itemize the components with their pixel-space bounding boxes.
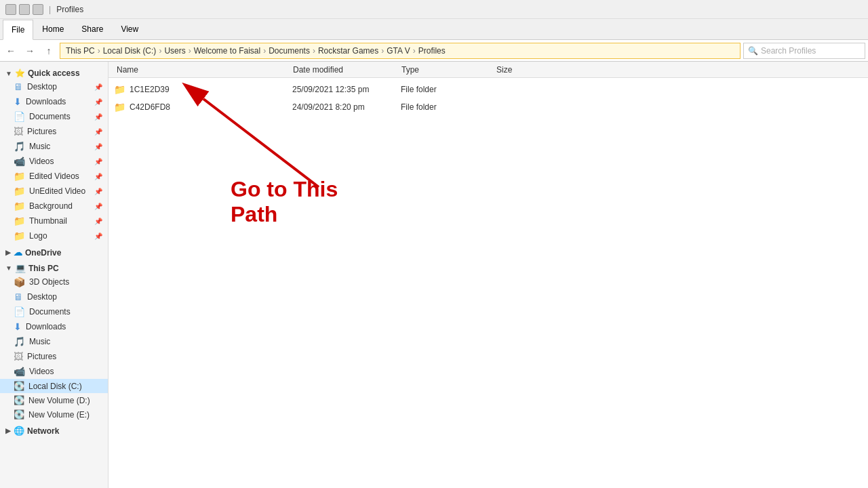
expand-arrow-onedrive: ▶ — [5, 249, 11, 256]
sidebar-item-music[interactable]: 🎵 Music 📌 — [0, 139, 108, 154]
3d-icon: 📦 — [14, 277, 25, 287]
pin-icon-pictures: 📌 — [94, 128, 102, 136]
pin-icon-documents: 📌 — [94, 113, 102, 121]
tab-view[interactable]: View — [112, 19, 147, 39]
sidebar-item-pictures[interactable]: 🖼 Pictures 📌 — [0, 124, 108, 139]
sidebar-item-label-documents: Documents — [29, 112, 71, 121]
breadcrumb-gtav[interactable]: GTA V — [387, 46, 410, 56]
network-icon: 🌐 — [14, 426, 24, 436]
content-area: Name Date modified Type Size 📁 1C1E2D39 … — [108, 62, 868, 488]
sidebar-item-new-volume-e[interactable]: 💽 New Volume (E:) — [0, 407, 108, 422]
docs-icon: 📄 — [14, 111, 25, 122]
sidebar-item-desktop-pc[interactable]: 🖥 Desktop — [0, 289, 108, 304]
tab-share[interactable]: Share — [73, 19, 112, 39]
sidebar-item-label-videos-pc: Videos — [29, 367, 54, 376]
sidebar-item-background[interactable]: 📁 Background 📌 — [0, 199, 108, 214]
col-header-size[interactable]: Size — [494, 64, 548, 76]
onedrive-label: OneDrive — [25, 248, 61, 258]
sidebar-item-desktop[interactable]: 🖥 Desktop 📌 — [0, 79, 108, 94]
pin-icon-videos: 📌 — [94, 158, 102, 165]
sidebar-section-onedrive[interactable]: ▶ ☁ OneDrive — [0, 243, 108, 259]
file-modified-1: 24/09/2021 8:20 pm — [292, 102, 401, 112]
sidebar-item-downloads-pc[interactable]: ⬇ Downloads — [0, 319, 108, 334]
sidebar-item-new-volume-d[interactable]: 💽 New Volume (D:) — [0, 393, 108, 407]
col-header-name[interactable]: Name — [114, 64, 290, 76]
back-button[interactable]: ← — [3, 43, 19, 59]
pin-icon-music: 📌 — [94, 143, 102, 150]
sidebar-item-label-downloads: Downloads — [26, 97, 66, 106]
sidebar-item-pictures-pc[interactable]: 🖼 Pictures — [0, 349, 108, 364]
drive-e-icon: 💽 — [14, 409, 24, 420]
sidebar-item-unedited-video[interactable]: 📁 UnEdited Video 📌 — [0, 184, 108, 199]
sidebar-item-label-pictures-pc: Pictures — [27, 352, 56, 361]
table-row[interactable]: 📁 C42D6FD8 24/09/2021 8:20 pm File folde… — [108, 98, 868, 116]
download-icon: ⬇ — [14, 96, 22, 107]
sidebar-item-label-music-pc: Music — [29, 337, 50, 346]
pin-icon-desktop: 📌 — [94, 83, 102, 91]
expand-arrow-network: ▶ — [5, 427, 11, 434]
sidebar-item-edited-videos[interactable]: 📁 Edited Videos 📌 — [0, 169, 108, 184]
sidebar-item-thumbnail[interactable]: 📁 Thumbnail 📌 — [0, 214, 108, 228]
sidebar-item-label-new-volume-d: New Volume (D:) — [28, 396, 90, 405]
sidebar-item-label-local-disk-c: Local Disk (C:) — [28, 382, 82, 391]
title-bar-icons — [5, 4, 43, 15]
unedited-video-icon: 📁 — [14, 186, 25, 197]
sidebar-item-label-desktop-pc: Desktop — [27, 292, 57, 302]
breadcrumb-rockstar[interactable]: Rockstar Games — [318, 46, 378, 56]
sidebar-item-label-logo: Logo — [29, 231, 47, 241]
sidebar-item-videos[interactable]: 📹 Videos 📌 — [0, 154, 108, 169]
download-pc-icon: ⬇ — [14, 321, 22, 332]
column-headers: Name Date modified Type Size — [108, 62, 868, 78]
pictures-icon: 🖼 — [14, 126, 23, 137]
folder-icon-0: 📁 — [114, 84, 125, 95]
tab-file[interactable]: File — [3, 20, 33, 40]
docs-pc-icon: 📄 — [14, 306, 25, 317]
sidebar-section-quick-access[interactable]: ▼ ⭐ Quick access — [0, 64, 108, 79]
sidebar-item-label-videos: Videos — [29, 157, 54, 166]
pin-icon-downloads: 📌 — [94, 98, 102, 106]
sidebar-item-label-edited-videos: Edited Videos — [29, 171, 79, 181]
onedrive-icon: ☁ — [14, 247, 22, 258]
breadcrumb-users[interactable]: Users — [164, 46, 185, 56]
sidebar-section-thispc[interactable]: ▼ 💻 This PC — [0, 259, 108, 274]
file-type-1: File folder — [401, 102, 496, 112]
tab-home[interactable]: Home — [33, 19, 73, 39]
sidebar-item-label-thumbnail: Thumbnail — [29, 216, 67, 226]
up-button[interactable]: ↑ — [41, 43, 57, 59]
forward-button[interactable]: → — [22, 43, 38, 59]
desktop-icon: 🖥 — [14, 81, 23, 92]
col-header-modified[interactable]: Date modified — [290, 64, 399, 76]
pin-icon-unedited: 📌 — [94, 188, 102, 195]
videos-icon: 📹 — [14, 156, 25, 167]
col-header-type[interactable]: Type — [399, 64, 494, 76]
table-row[interactable]: 📁 1C1E2D39 25/09/2021 12:35 pm File fold… — [108, 81, 868, 98]
sidebar-item-documents-pc[interactable]: 📄 Documents — [0, 304, 108, 319]
title-icon-3 — [33, 4, 43, 15]
edited-videos-icon: 📁 — [14, 171, 25, 182]
address-bar-area: ← → ↑ This PC › Local Disk (C:) › Users … — [0, 40, 868, 62]
sidebar-section-network[interactable]: ▶ 🌐 Network — [0, 422, 108, 437]
file-type-0: File folder — [401, 85, 496, 94]
file-name-1: C42D6FD8 — [130, 102, 292, 112]
breadcrumb-profiles[interactable]: Profiles — [418, 46, 446, 56]
breadcrumb-documents[interactable]: Documents — [269, 46, 310, 56]
sidebar-item-logo[interactable]: 📁 Logo 📌 — [0, 228, 108, 243]
pin-icon-thumbnail: 📌 — [94, 218, 102, 225]
address-bar[interactable]: This PC › Local Disk (C:) › Users › Welc… — [60, 43, 741, 59]
sidebar-item-music-pc[interactable]: 🎵 Music — [0, 334, 108, 349]
search-bar[interactable]: 🔍 Search Profiles — [743, 43, 865, 59]
sidebar-item-label-3d: 3D Objects — [29, 277, 69, 287]
title-bar-title: Profiles — [56, 5, 83, 14]
breadcrumb-thispc[interactable]: This PC — [66, 46, 95, 56]
sidebar-item-documents[interactable]: 📄 Documents 📌 — [0, 109, 108, 124]
sidebar-item-downloads[interactable]: ⬇ Downloads 📌 — [0, 94, 108, 109]
sidebar-item-local-disk-c[interactable]: 💽 Local Disk (C:) — [0, 379, 108, 393]
breadcrumb-welcome[interactable]: Welcome to Faisal — [194, 46, 260, 56]
breadcrumb-localdisk[interactable]: Local Disk (C:) — [103, 46, 157, 56]
sidebar-item-videos-pc[interactable]: 📹 Videos — [0, 364, 108, 379]
sidebar-item-3d-objects[interactable]: 📦 3D Objects — [0, 274, 108, 289]
sidebar: ▼ ⭐ Quick access 🖥 Desktop 📌 ⬇ Downloads… — [0, 62, 108, 488]
main-layout: ▼ ⭐ Quick access 🖥 Desktop 📌 ⬇ Downloads… — [0, 62, 868, 488]
content-list: 📁 1C1E2D39 25/09/2021 12:35 pm File fold… — [108, 78, 868, 488]
thispc-label: This PC — [28, 264, 59, 273]
